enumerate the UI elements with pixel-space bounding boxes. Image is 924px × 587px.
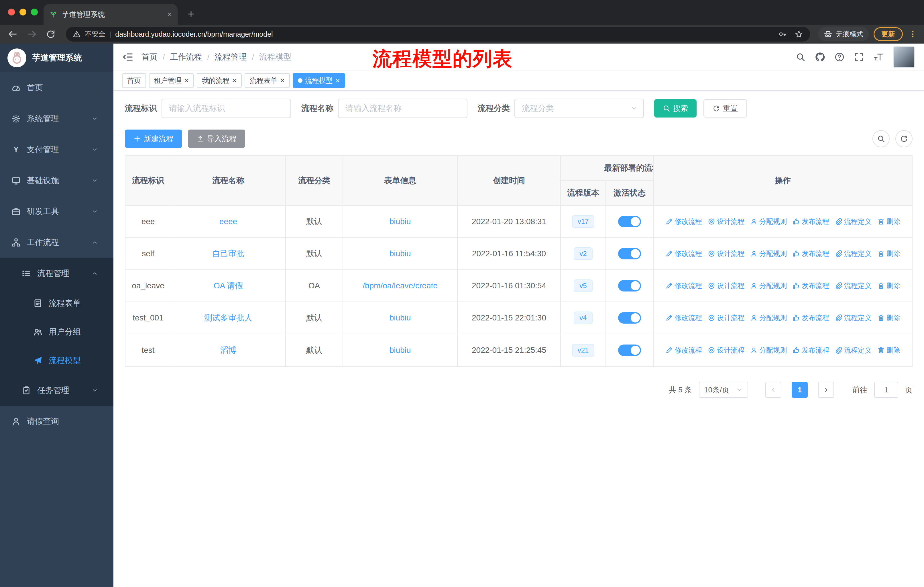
version-badge[interactable]: v21: [572, 344, 595, 357]
reload-icon[interactable]: [46, 29, 56, 39]
delete-process-link[interactable]: 删除: [877, 346, 900, 355]
bookmark-star-icon[interactable]: [795, 30, 803, 38]
process-id-input[interactable]: [162, 99, 291, 118]
new-tab-button[interactable]: [187, 10, 195, 18]
fullscreen-icon[interactable]: [854, 52, 864, 62]
assign-rule-link[interactable]: 分配规则: [750, 281, 787, 290]
page-size-select[interactable]: 10条/页: [699, 382, 748, 398]
active-switch[interactable]: [618, 280, 641, 291]
assign-rule-link[interactable]: 分配规则: [750, 346, 787, 355]
active-switch[interactable]: [618, 344, 641, 356]
version-badge[interactable]: v4: [574, 312, 592, 324]
tag-close-icon[interactable]: ×: [280, 77, 284, 84]
breadcrumb-item[interactable]: 首页: [142, 51, 158, 63]
assign-rule-link[interactable]: 分配规则: [750, 217, 787, 226]
assign-rule-link[interactable]: 分配规则: [750, 249, 787, 258]
design-process-link[interactable]: 设计流程: [708, 313, 744, 322]
version-badge[interactable]: v2: [574, 247, 592, 260]
window-zoom-button[interactable]: [31, 8, 38, 15]
tag-process-model[interactable]: 流程模型×: [293, 73, 345, 88]
reset-button[interactable]: 重置: [703, 99, 747, 117]
window-minimize-button[interactable]: [20, 8, 26, 15]
sidebar-item-task-management[interactable]: 任务管理: [0, 375, 114, 406]
design-process-link[interactable]: 设计流程: [708, 346, 744, 355]
edit-process-link[interactable]: 修改流程: [665, 281, 702, 290]
forward-icon[interactable]: [27, 29, 37, 39]
form-info-link[interactable]: biubiu: [389, 217, 411, 226]
back-icon[interactable]: [8, 29, 18, 39]
process-definition-link[interactable]: 流程定义: [835, 249, 871, 258]
tag-process-form[interactable]: 流程表单×: [244, 73, 290, 88]
design-process-link[interactable]: 设计流程: [708, 249, 744, 258]
page-1-button[interactable]: 1: [792, 382, 808, 398]
browser-tab[interactable]: 芋道管理系统 ×: [43, 4, 178, 25]
process-definition-link[interactable]: 流程定义: [835, 217, 871, 226]
sidebar-item-infrastructure[interactable]: 基础设施: [0, 165, 114, 196]
window-close-button[interactable]: [8, 8, 15, 15]
tag-close-icon[interactable]: ×: [185, 77, 189, 84]
publish-process-link[interactable]: 发布流程: [792, 281, 829, 290]
tab-close-icon[interactable]: ×: [167, 10, 172, 18]
delete-process-link[interactable]: 删除: [877, 249, 900, 258]
sidebar-item-user-group[interactable]: 用户分组: [0, 317, 114, 346]
prev-page-button[interactable]: [765, 382, 781, 398]
process-name-link[interactable]: 滔博: [220, 345, 236, 356]
process-name-link[interactable]: 自己审批: [212, 248, 244, 259]
delete-process-link[interactable]: 删除: [877, 281, 900, 290]
publish-process-link[interactable]: 发布流程: [792, 217, 829, 226]
version-badge[interactable]: v17: [572, 215, 595, 228]
form-info-link[interactable]: /bpm/oa/leave/create: [363, 281, 438, 290]
github-icon[interactable]: [815, 52, 825, 62]
active-switch[interactable]: [618, 312, 641, 324]
version-badge[interactable]: v5: [574, 279, 592, 292]
process-name-link[interactable]: OA 请假: [214, 280, 243, 291]
sidebar-item-home[interactable]: 首页: [0, 72, 114, 103]
process-name-link[interactable]: 测试多审批人: [204, 313, 252, 323]
help-icon[interactable]: [835, 52, 844, 62]
header-search-icon[interactable]: [796, 52, 805, 62]
address-bar[interactable]: 不安全 | dashboard.yudao.iocoder.cn/bpm/man…: [66, 26, 810, 41]
edit-process-link[interactable]: 修改流程: [665, 217, 702, 226]
breadcrumb-item[interactable]: 流程管理: [215, 51, 247, 63]
sidebar-fold-icon[interactable]: [122, 51, 134, 63]
delete-process-link[interactable]: 删除: [877, 313, 900, 322]
process-name-input[interactable]: [338, 99, 467, 118]
sidebar-item-process-model[interactable]: 流程模型: [0, 346, 114, 375]
assign-rule-link[interactable]: 分配规则: [750, 313, 787, 322]
create-process-button[interactable]: 新建流程: [125, 129, 182, 148]
design-process-link[interactable]: 设计流程: [708, 281, 744, 290]
sidebar-item-system-management[interactable]: 系统管理: [0, 103, 114, 134]
form-info-link[interactable]: biubiu: [389, 346, 411, 355]
form-info-link[interactable]: biubiu: [389, 249, 411, 258]
next-page-button[interactable]: [818, 382, 834, 398]
sidebar-item-process-form[interactable]: 流程表单: [0, 289, 114, 317]
delete-process-link[interactable]: 删除: [877, 217, 900, 226]
tag-home[interactable]: 首页: [122, 73, 146, 88]
tag-my-process[interactable]: 我的流程×: [197, 73, 242, 88]
process-name-link[interactable]: eeee: [219, 217, 237, 226]
process-definition-link[interactable]: 流程定义: [835, 346, 871, 355]
active-switch[interactable]: [618, 248, 641, 260]
process-definition-link[interactable]: 流程定义: [835, 313, 871, 322]
design-process-link[interactable]: 设计流程: [708, 217, 744, 226]
toggle-search-button[interactable]: [873, 130, 889, 147]
update-button[interactable]: 更新: [874, 27, 903, 41]
edit-process-link[interactable]: 修改流程: [665, 313, 702, 322]
edit-process-link[interactable]: 修改流程: [665, 249, 702, 258]
edit-process-link[interactable]: 修改流程: [665, 346, 702, 355]
breadcrumb-item[interactable]: 工作流程: [170, 51, 202, 63]
browser-menu-icon[interactable]: [909, 30, 917, 38]
sidebar-item-dev-tools[interactable]: 研发工具: [0, 196, 114, 227]
tag-tenant-management[interactable]: 租户管理×: [149, 73, 194, 88]
publish-process-link[interactable]: 发布流程: [792, 346, 829, 355]
import-process-button[interactable]: 导入流程: [188, 129, 245, 148]
refresh-table-button[interactable]: [895, 130, 912, 147]
user-avatar[interactable]: [893, 46, 915, 68]
search-button[interactable]: 搜索: [654, 99, 696, 117]
active-switch[interactable]: [618, 216, 641, 227]
sidebar-item-leave-query[interactable]: 请假查询: [0, 406, 114, 437]
category-select[interactable]: 流程分类: [515, 99, 644, 118]
goto-page-input[interactable]: [874, 382, 898, 398]
key-icon[interactable]: [779, 30, 787, 38]
font-size-icon[interactable]: [874, 52, 883, 62]
